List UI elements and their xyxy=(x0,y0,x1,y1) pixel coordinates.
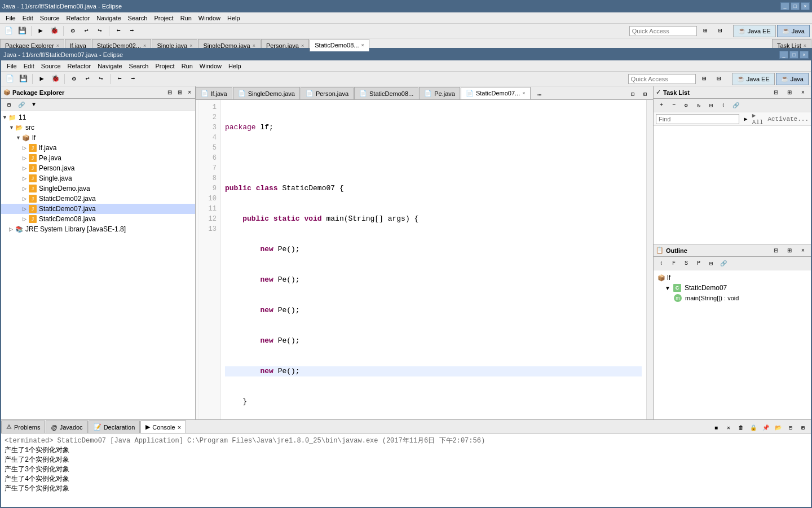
minimize-panel-2[interactable]: ⊟ xyxy=(713,73,725,85)
editor-tab-close-sd07[interactable]: × xyxy=(522,90,525,96)
menu-file-2[interactable]: File xyxy=(3,62,20,71)
tree-item-singledemo-java[interactable]: ▷ J SingleDemo.java xyxy=(1,183,195,194)
toolbar-btn-e[interactable]: ➡ xyxy=(126,25,138,37)
editor-tab-sd07[interactable]: 📄 StaticDemo07... × xyxy=(461,87,531,99)
outline-collapse-btn[interactable]: ⊟ xyxy=(705,259,717,269)
toolbar2-btn-e[interactable]: ➡ xyxy=(127,73,139,85)
task-delete-btn[interactable]: − xyxy=(668,100,679,111)
toolbar-btn-c[interactable]: ↪ xyxy=(94,25,106,37)
sidebar-btn-2[interactable]: ⊞ xyxy=(176,89,184,96)
maximize-btn-2[interactable]: □ xyxy=(789,51,798,59)
tree-item-person-java[interactable]: ▷ J Person.java xyxy=(1,163,195,173)
java-persp-btn-1[interactable]: ☕ Java xyxy=(777,25,810,37)
console-tab-close[interactable]: × xyxy=(178,424,181,431)
task-list-maximize-btn[interactable]: ⊞ xyxy=(784,87,795,98)
menu-source-1[interactable]: Source xyxy=(37,14,63,23)
quick-access-input-1[interactable] xyxy=(629,26,697,36)
menu-search-1[interactable]: Search xyxy=(125,14,151,23)
run-btn-2[interactable]: ▶ xyxy=(36,73,48,85)
menu-window-1[interactable]: Window xyxy=(195,14,224,23)
menu-navigate-1[interactable]: Navigate xyxy=(93,14,124,23)
menu-navigate-2[interactable]: Navigate xyxy=(94,62,125,71)
menu-source-2[interactable]: Source xyxy=(38,62,64,71)
sidebar-btn-1[interactable]: ⊟ xyxy=(166,89,174,96)
task-find-input[interactable] xyxy=(656,114,739,124)
new-btn-2[interactable]: 📄 xyxy=(3,73,16,85)
editor-tab-person[interactable]: 📄 Person.java xyxy=(301,87,354,99)
tree-item-pe-java[interactable]: ▷ J Pe.java xyxy=(1,153,195,163)
editor-minimize-btn[interactable]: ⊟ xyxy=(627,89,638,99)
menu-project-2[interactable]: Project xyxy=(152,62,178,71)
menu-edit-2[interactable]: Edit xyxy=(20,62,38,71)
outline-hide-static-btn[interactable]: S xyxy=(681,259,692,269)
editor-scrollbar-v[interactable] xyxy=(646,100,653,419)
toolbar2-btn-b[interactable]: ↩ xyxy=(81,73,94,85)
save-btn-1[interactable]: 💾 xyxy=(16,25,28,37)
menu-file-1[interactable]: File xyxy=(2,14,19,23)
menu-help-2[interactable]: Help xyxy=(225,62,245,71)
minimize-btn-1[interactable]: _ xyxy=(780,2,789,10)
tab-close-5[interactable]: × xyxy=(301,43,304,49)
console-open-btn[interactable]: 📂 xyxy=(773,423,784,433)
new-btn-1[interactable]: 📄 xyxy=(2,25,15,37)
console-tab-javadoc[interactable]: @ Javadoc xyxy=(46,421,87,433)
menu-run-1[interactable]: Run xyxy=(177,14,195,23)
toolbar2-btn-c[interactable]: ↪ xyxy=(95,73,107,85)
toolbar-btn-d[interactable]: ⬅ xyxy=(112,25,125,37)
console-minimize-btn[interactable]: ⊟ xyxy=(785,423,796,433)
close-btn-2[interactable]: × xyxy=(800,51,809,59)
tab-close-7[interactable]: × xyxy=(804,43,806,49)
editor-maximize-btn[interactable]: ⊞ xyxy=(639,89,651,99)
debug-btn-1[interactable]: 🐞 xyxy=(48,25,60,37)
quick-access-input-2[interactable] xyxy=(628,74,696,84)
tab-close-3[interactable]: × xyxy=(189,43,192,49)
task-sort-btn[interactable]: ↕ xyxy=(718,100,729,111)
console-clear-btn[interactable]: 🗑 xyxy=(735,423,747,433)
outline-item-class[interactable]: ▼ C StaticDemo07 xyxy=(656,283,809,293)
tree-item-staticdemo02[interactable]: ▷ J StaticDemo02.java xyxy=(1,194,195,204)
outline-item-main[interactable]: m main(String[]) : void xyxy=(656,293,809,303)
toolbar2-btn-d[interactable]: ⬅ xyxy=(113,73,126,85)
minimize-panel-1[interactable]: ⊟ xyxy=(714,25,726,37)
tab-close-6[interactable]: × xyxy=(361,42,364,48)
sidebar-close-btn[interactable]: × xyxy=(186,89,193,96)
toolbar2-btn-a[interactable]: ⚙ xyxy=(68,73,80,85)
toolbar-btn-a[interactable]: ⚙ xyxy=(67,25,79,37)
tab-close-4[interactable]: × xyxy=(253,43,255,49)
console-tab-declaration[interactable]: 📝 Declaration xyxy=(89,421,140,433)
tree-item-staticdemo07[interactable]: ▷ J StaticDemo07.java xyxy=(1,204,195,214)
menu-help-1[interactable]: Help xyxy=(224,14,244,23)
menu-refactor-2[interactable]: Refactor xyxy=(64,62,95,71)
tree-item-11[interactable]: ▼ 📁 11 xyxy=(1,112,195,122)
close-btn-1[interactable]: × xyxy=(801,2,810,10)
code-editor[interactable]: package lf; public class StaticDemo07 { … xyxy=(220,100,646,419)
tree-item-staticdemo08[interactable]: ▷ J StaticDemo08.java xyxy=(1,214,195,224)
menu-run-2[interactable]: Run xyxy=(178,62,196,71)
task-filter-btn[interactable]: ⚙ xyxy=(681,100,692,111)
editor-tab-pe[interactable]: 📄 Pe.java xyxy=(419,87,460,99)
run-btn-1[interactable]: ▶ xyxy=(34,25,47,37)
view-menu-btn[interactable]: ▼ xyxy=(28,100,39,110)
maximize-btn-1[interactable]: □ xyxy=(791,2,800,10)
outline-link-btn[interactable]: 🔗 xyxy=(718,259,729,269)
task-refresh-btn[interactable]: ↻ xyxy=(693,100,704,111)
collapse-all-btn[interactable]: ⊟ xyxy=(3,100,15,110)
debug-btn-2[interactable]: 🐞 xyxy=(49,73,61,85)
maximize-panel-1[interactable]: ⊞ xyxy=(699,25,712,37)
maximize-panel-2[interactable]: ⊞ xyxy=(698,73,710,85)
tree-item-src[interactable]: ▼ 📂 src xyxy=(1,122,195,133)
outline-hide-nonpublic-btn[interactable]: P xyxy=(693,259,704,269)
console-tab-problems[interactable]: ⚠ Problems xyxy=(1,421,45,433)
menu-refactor-1[interactable]: Refactor xyxy=(63,14,94,23)
task-list-close-btn[interactable]: × xyxy=(797,87,809,98)
link-editor-btn[interactable]: 🔗 xyxy=(16,100,27,110)
task-new-btn[interactable]: + xyxy=(656,100,667,111)
save-btn-2[interactable]: 💾 xyxy=(17,73,29,85)
editor-tab-sd08[interactable]: 📄 StaticDemo08... xyxy=(354,87,418,99)
java-persp-btn-2[interactable]: ☕ Java xyxy=(776,73,809,85)
tab-staticdemo08-1[interactable]: StaticDemo08...× xyxy=(310,39,369,51)
task-find-go-btn[interactable]: ▶ xyxy=(742,114,750,124)
menu-search-2[interactable]: Search xyxy=(126,62,152,71)
outline-item-lf[interactable]: 📦 lf xyxy=(656,273,809,283)
console-scroll-lock-btn[interactable]: 🔒 xyxy=(748,423,759,433)
